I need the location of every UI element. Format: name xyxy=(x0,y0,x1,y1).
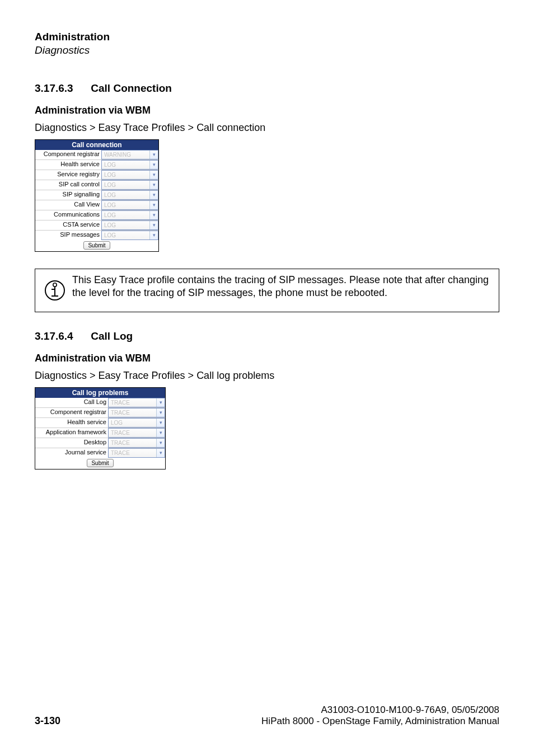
section-title: Call Log xyxy=(91,330,133,342)
submit-button[interactable]: Submit xyxy=(87,459,113,467)
select-value: TRACE xyxy=(111,430,130,436)
select-value: TRACE xyxy=(111,440,130,446)
level-select[interactable]: WARNING▾ xyxy=(101,150,158,159)
chevron-down-icon: ▾ xyxy=(149,221,158,229)
panel-title: Call connection xyxy=(35,140,158,150)
select-value: LOG xyxy=(111,420,123,426)
setting-row: Health serviceLOG▾ xyxy=(35,159,158,170)
level-select[interactable]: LOG▾ xyxy=(101,210,158,220)
breadcrumb: Diagnostics > Easy Trace Profiles > Call… xyxy=(35,370,499,382)
level-select[interactable]: TRACE▾ xyxy=(108,408,165,417)
level-select[interactable]: LOG▾ xyxy=(101,220,158,230)
setting-row: CSTA serviceLOG▾ xyxy=(35,220,158,230)
setting-row: Application frameworkTRACE▾ xyxy=(35,428,165,438)
setting-label: Call Log xyxy=(35,398,108,407)
select-value: TRACE xyxy=(111,400,130,406)
level-select[interactable]: LOG▾ xyxy=(101,200,158,210)
svg-point-1 xyxy=(53,283,57,287)
chevron-down-icon: ▾ xyxy=(149,161,158,169)
level-select[interactable]: LOG▾ xyxy=(101,170,158,180)
select-value: LOG xyxy=(104,192,116,198)
setting-row: SIP messagesLOG▾ xyxy=(35,230,158,240)
setting-label: SIP messages xyxy=(35,231,101,240)
level-select[interactable]: TRACE▾ xyxy=(108,398,165,407)
doc-title: HiPath 8000 - OpenStage Family, Administ… xyxy=(261,716,499,727)
page-header-title: Administration xyxy=(35,31,499,43)
select-value: LOG xyxy=(104,233,116,238)
chevron-down-icon: ▾ xyxy=(149,181,158,189)
select-value: LOG xyxy=(104,182,116,188)
select-value: LOG xyxy=(104,203,116,208)
chevron-down-icon: ▾ xyxy=(156,449,165,457)
select-value: TRACE xyxy=(111,410,130,416)
level-select[interactable]: LOG▾ xyxy=(101,190,158,200)
chevron-down-icon: ▾ xyxy=(156,439,165,447)
call-log-problems-panel: Call log problems Call LogTRACE▾Componen… xyxy=(35,387,166,469)
section-heading-call-log: 3.17.6.4 Call Log xyxy=(35,330,499,342)
setting-row: Component registrarWARNING▾ xyxy=(35,150,158,159)
level-select[interactable]: TRACE▾ xyxy=(108,438,165,448)
setting-label: Health service xyxy=(35,418,108,428)
section-heading-call-connection: 3.17.6.3 Call Connection xyxy=(35,82,499,95)
chevron-down-icon: ▾ xyxy=(149,191,158,199)
setting-label: Component registrar xyxy=(35,408,108,417)
chevron-down-icon: ▾ xyxy=(149,211,158,219)
setting-label: SIP call control xyxy=(35,180,101,190)
page-footer: 3-130 A31003-O1010-M100-9-76A9, 05/05/20… xyxy=(35,705,499,727)
chevron-down-icon: ▾ xyxy=(149,151,158,159)
level-select[interactable]: TRACE▾ xyxy=(108,448,165,458)
setting-row: Call ViewLOG▾ xyxy=(35,200,158,210)
setting-row: CommunicationsLOG▾ xyxy=(35,210,158,220)
setting-label: Journal service xyxy=(35,448,108,458)
admin-via-wbm-label: Administration via WBM xyxy=(35,353,499,364)
setting-row: Component registrarTRACE▾ xyxy=(35,407,165,417)
select-value: LOG xyxy=(104,172,116,178)
chevron-down-icon: ▾ xyxy=(149,231,158,240)
setting-label: Call View xyxy=(35,200,101,210)
setting-row: SIP signallingLOG▾ xyxy=(35,190,158,200)
select-value: LOG xyxy=(104,223,116,228)
select-value: LOG xyxy=(104,213,116,218)
chevron-down-icon: ▾ xyxy=(156,419,165,427)
info-note-text: This Easy Trace profile contains the tra… xyxy=(69,274,493,307)
setting-row: Journal serviceTRACE▾ xyxy=(35,448,165,458)
info-note-box: This Easy Trace profile contains the tra… xyxy=(35,269,499,312)
select-value: TRACE xyxy=(111,450,130,456)
chevron-down-icon: ▾ xyxy=(156,408,165,417)
setting-label: SIP signalling xyxy=(35,190,101,200)
setting-label: Health service xyxy=(35,160,101,170)
select-value: LOG xyxy=(104,162,116,168)
setting-row: SIP call controlLOG▾ xyxy=(35,180,158,190)
level-select[interactable]: LOG▾ xyxy=(101,231,158,240)
chevron-down-icon: ▾ xyxy=(149,201,158,209)
call-connection-panel: Call connection Component registrarWARNI… xyxy=(35,139,159,252)
chevron-down-icon: ▾ xyxy=(156,398,165,407)
breadcrumb: Diagnostics > Easy Trace Profiles > Call… xyxy=(35,122,499,134)
select-value: WARNING xyxy=(104,152,131,158)
admin-via-wbm-label: Administration via WBM xyxy=(35,105,499,116)
setting-row: Service registryLOG▾ xyxy=(35,170,158,180)
section-title: Call Connection xyxy=(91,82,172,94)
setting-label: Component registrar xyxy=(35,150,101,159)
chevron-down-icon: ▾ xyxy=(156,429,165,437)
page-header-subtitle: Diagnostics xyxy=(35,44,499,57)
setting-label: Service registry xyxy=(35,170,101,180)
level-select[interactable]: LOG▾ xyxy=(101,180,158,190)
setting-label: CSTA service xyxy=(35,220,101,230)
level-select[interactable]: LOG▾ xyxy=(108,418,165,428)
page-number: 3-130 xyxy=(35,715,60,727)
setting-row: Health serviceLOG▾ xyxy=(35,417,165,428)
setting-row: Call LogTRACE▾ xyxy=(35,398,165,407)
section-number: 3.17.6.4 xyxy=(35,330,88,342)
setting-label: Application framework xyxy=(35,428,108,438)
level-select[interactable]: TRACE▾ xyxy=(108,428,165,438)
panel-title: Call log problems xyxy=(35,388,165,398)
setting-label: Communications xyxy=(35,210,101,220)
chevron-down-icon: ▾ xyxy=(149,171,158,179)
submit-button[interactable]: Submit xyxy=(83,241,110,250)
setting-row: DesktopTRACE▾ xyxy=(35,438,165,448)
level-select[interactable]: LOG▾ xyxy=(101,160,158,170)
doc-id: A31003-O1010-M100-9-76A9, 05/05/2008 xyxy=(261,705,499,716)
setting-label: Desktop xyxy=(35,438,108,448)
info-icon xyxy=(41,274,69,307)
